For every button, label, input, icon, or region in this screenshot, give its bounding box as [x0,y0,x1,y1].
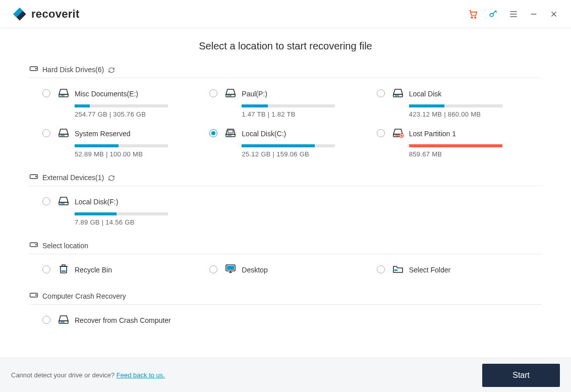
drive-icon [58,127,70,140]
drive-item[interactable]: Local Disk423.12 MB | 860.00 MB [377,87,529,118]
section-ext-header: External Devices(1) [29,169,542,186]
crash-section-icon [29,292,38,300]
location-name: Select Folder [409,266,450,274]
refresh-icon[interactable] [108,65,115,73]
usage-bar [409,104,502,107]
section-crash-header: Computer Crash Recovery [29,288,542,305]
drive-name: System Reserved [75,130,130,138]
usage-bar [75,144,168,147]
cart-icon[interactable] [468,9,478,19]
folder-icon [392,263,404,276]
location-item[interactable]: Recycle Bin [42,263,194,276]
location-radio[interactable] [377,265,385,273]
svg-rect-17 [228,130,233,133]
svg-point-2 [471,17,473,18]
drive-meta: 25.12 GB | 159.06 GB [242,150,361,158]
location-item[interactable]: Desktop [209,263,361,276]
page-body: Select a location to start recovering fi… [0,28,571,338]
drive-icon [224,127,237,140]
drive-radio[interactable] [42,129,50,137]
drive-meta: 52.89 MB | 100.00 MB [75,150,194,158]
drive-radio[interactable] [42,197,50,205]
drive-name: Local Disk(F:) [75,198,118,206]
key-icon[interactable] [488,9,498,19]
drive-meta: 254.77 GB | 305.76 GB [75,110,194,118]
page-title: Select a location to start recovering fi… [29,40,542,52]
svg-rect-10 [227,95,232,96]
location-radio[interactable] [42,265,50,273]
section-crash-label: Computer Crash Recovery [42,292,126,300]
svg-rect-16 [227,135,232,136]
svg-rect-19 [395,135,399,136]
svg-rect-28 [62,270,66,272]
drive-radio[interactable] [42,89,50,97]
ext-grid: Local Disk(F:)7.89 GB | 14.56 GB [29,186,542,237]
start-button[interactable]: Start [482,364,560,387]
svg-point-4 [490,13,493,17]
svg-rect-35 [61,322,65,323]
usage-bar [75,104,168,107]
svg-point-22 [36,176,37,177]
svg-rect-31 [394,269,397,271]
crash-label: Recover from Crash Computer [75,316,171,324]
section-hdd-label: Hard Disk Drives(6) [42,66,104,74]
drive-item[interactable]: Local Disk(F:)7.89 GB | 14.56 GB [42,195,194,226]
usage-bar [75,212,168,215]
refresh-ext-icon[interactable] [108,173,115,181]
crash-radio[interactable] [42,316,50,324]
drive-name: Local Disk(C:) [242,130,286,138]
footer-text: Cannot detect your drive or device? Feed… [11,371,165,379]
sel-section-icon [29,241,38,250]
svg-rect-27 [61,266,67,273]
drive-item[interactable]: Misc Documents(E:)254.77 GB | 305.76 GB [42,87,194,118]
drive-icon [58,195,70,208]
logo-icon [12,7,27,22]
drive-meta: 859.67 MB [409,150,529,158]
close-icon[interactable] [549,9,559,19]
drive-name: Local Disk [409,90,442,98]
drive-radio[interactable] [209,89,217,97]
svg-point-33 [36,295,37,296]
drive-radio[interactable] [377,89,385,97]
drive-item[interactable]: System Reserved52.89 MB | 100.00 MB [42,127,194,158]
svg-point-3 [475,17,476,18]
drive-radio[interactable] [209,129,217,137]
ext-section-icon [29,173,38,182]
svg-rect-30 [227,266,234,270]
usage-bar [242,144,335,147]
app-logo: recoverit [12,7,80,22]
lost-drive-icon [392,127,404,140]
drive-item[interactable]: Local Disk(C:)25.12 GB | 159.06 GB [209,127,361,158]
svg-point-6 [36,68,37,69]
crash-recovery-item[interactable]: Recover from Crash Computer [42,314,194,327]
drive-icon [392,87,404,100]
minimize-icon[interactable] [529,9,539,19]
drive-meta: 1.47 TB | 1.82 TB [242,110,361,118]
section-sel-header: Select location [29,237,542,254]
footer-prompt: Cannot detect your drive or device? [11,371,117,379]
hdd-grid: Misc Documents(E:)254.77 GB | 305.76 GBP… [29,78,542,169]
drive-radio[interactable] [377,129,385,137]
desktop-icon [224,263,237,276]
drive-icon [58,314,70,327]
drive-item[interactable]: Paul(P:)1.47 TB | 1.82 TB [209,87,361,118]
svg-rect-14 [61,135,65,136]
section-ext-label: External Devices(1) [42,174,104,182]
hdd-section-icon [29,65,38,74]
drive-meta: 7.89 GB | 14.56 GB [75,218,194,226]
drive-icon [224,87,237,100]
location-grid: Recycle BinDesktopSelect Folder [29,254,542,288]
svg-rect-24 [61,203,65,204]
location-radio[interactable] [209,265,217,273]
drive-icon [58,87,70,100]
titlebar: recoverit [0,0,571,28]
svg-point-26 [36,244,37,245]
menu-icon[interactable] [508,9,519,19]
usage-bar [409,144,502,147]
location-name: Desktop [242,266,267,274]
drive-item[interactable]: Lost Partition 1859.67 MB [377,127,529,158]
location-item[interactable]: Select Folder [377,263,529,276]
drive-name: Paul(P:) [242,90,267,98]
feedback-link[interactable]: Feed back to us. [117,371,165,379]
drive-name: Lost Partition 1 [409,130,456,138]
